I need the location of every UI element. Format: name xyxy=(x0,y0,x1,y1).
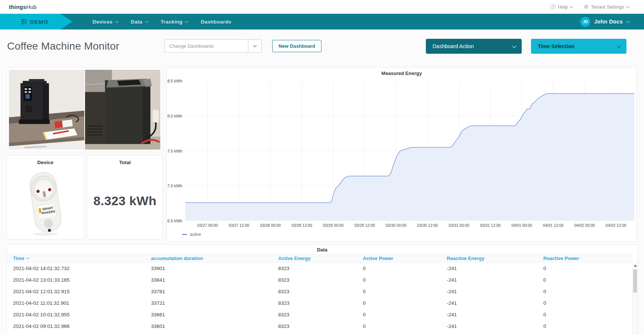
coffee-machine-photo-1 xyxy=(9,70,84,150)
x-axis-tick-label: 03/29 00:00 xyxy=(323,223,343,228)
table-cell: -241 xyxy=(447,289,543,294)
table-cell: 2021-04-02 09:01:32.966 xyxy=(13,323,151,329)
sort-caret-icon xyxy=(26,256,29,259)
nav-item-label: Tracking xyxy=(161,19,183,25)
table-cell: 33601 xyxy=(151,323,278,329)
time-selection-button[interactable]: Time Selection xyxy=(531,39,626,54)
table-cell: 8323 xyxy=(278,323,363,329)
help-label: Help xyxy=(558,4,568,10)
photo-illustration xyxy=(9,70,84,150)
y-axis-labels: 8.5 kWh8.0 kWh7.5 kWh7.0 kWh6.5 kWh xyxy=(167,81,183,221)
page-title: Coffee Machine Monitor xyxy=(7,40,119,52)
y-axis-tick-label: 7.0 kWh xyxy=(167,184,182,188)
column-header-label: Active Energy xyxy=(278,256,311,261)
table-row[interactable]: 2021-04-02 09:01:32.9663360183230-2410 xyxy=(7,320,632,332)
dashboard-action-button[interactable]: Dashboard Action xyxy=(426,39,522,54)
table-cell: 2021-04-02 14:01:32.732 xyxy=(13,266,151,271)
x-axis-tick-label: 03/28 12:00 xyxy=(292,223,312,228)
x-axis-tick-label: 03/31 00:00 xyxy=(449,223,469,228)
scroll-up-arrow-icon[interactable] xyxy=(634,264,637,267)
column-header-reactive-energy[interactable]: Reactive Energy xyxy=(447,256,543,261)
table-cell: -241 xyxy=(447,323,543,329)
table-cell: 0 xyxy=(543,277,632,283)
chevron-down-icon xyxy=(617,44,621,48)
scrollbar-thumb[interactable] xyxy=(633,269,637,292)
nav-item-devices[interactable]: Devices xyxy=(92,19,118,25)
tenant-switcher[interactable]: DEMO xyxy=(0,14,75,29)
user-menu[interactable]: JD John Docs xyxy=(580,17,644,27)
nav-item-data[interactable]: Data xyxy=(131,19,148,25)
chevron-down-icon xyxy=(626,19,630,23)
table-row[interactable]: 2021-04-02 14:01:32.7323390183230-2410 xyxy=(7,263,632,274)
table-body: 2021-04-02 14:01:32.7323390183230-241020… xyxy=(7,263,632,335)
table-row[interactable]: 2021-04-02 12:01:32.9153378183230-2410 xyxy=(7,286,632,297)
column-header-label: Reactive Energy xyxy=(447,256,484,261)
chevron-down-icon xyxy=(185,19,189,23)
total-energy-value: 8.323 kWh xyxy=(94,165,157,239)
column-header-label: Time xyxy=(13,256,24,261)
apps-grid-icon xyxy=(21,19,26,24)
table-cell: 0 xyxy=(363,323,447,329)
column-header-active-energy[interactable]: Active Energy xyxy=(278,256,363,261)
x-axis-tick-label: 03/31 12:00 xyxy=(480,223,500,228)
chevron-down-icon xyxy=(253,44,257,47)
help-menu[interactable]: ? Help xyxy=(550,4,573,10)
nav-item-dashboards[interactable]: Dashboards xyxy=(201,19,231,25)
x-axis-tick-label: 03/27 00:00 xyxy=(197,223,218,228)
table-cell: 2021-04-02 12:01:32.915 xyxy=(13,289,151,294)
column-header-active-power[interactable]: Active Power xyxy=(363,256,447,261)
nav-item-label: Dashboards xyxy=(201,19,231,25)
x-axis-tick-label: 04/01 12:00 xyxy=(543,223,563,228)
change-dashboards-combobox xyxy=(164,39,262,53)
coffee-machine-photo-2 xyxy=(85,70,160,150)
chart-legend[interactable]: active xyxy=(182,232,201,237)
table-cell: 2021-04-02 13:01:33.165 xyxy=(13,277,151,283)
gear-icon: ⚙ xyxy=(584,4,589,9)
chevron-down-icon xyxy=(569,4,573,8)
table-row[interactable]: 2021-04-02 13:01:33.1653384183230-2410 xyxy=(7,274,632,286)
table-cell: 0 xyxy=(363,266,447,271)
x-axis-tick-label: 03/29 12:00 xyxy=(354,223,375,228)
table-cell: 0 xyxy=(363,289,447,294)
main-nav: DEMO DevicesDataTrackingDashboards JD Jo… xyxy=(0,14,644,29)
table-cell: 8323 xyxy=(278,266,363,271)
x-axis-tick-label: 04/02 12:00 xyxy=(606,223,626,228)
nav-item-tracking[interactable]: Tracking xyxy=(161,19,188,25)
x-axis-tick-label: 03/27 12:00 xyxy=(229,223,249,228)
total-widget-title: Total xyxy=(119,160,131,165)
chart-canvas xyxy=(185,81,634,221)
table-cell: 33721 xyxy=(151,300,278,306)
device-widget: Device SMART MAKERS xyxy=(6,155,84,239)
column-header-label: accumulation duration xyxy=(151,256,203,261)
table-cell: 33901 xyxy=(151,266,278,271)
change-dashboards-dropdown-button[interactable] xyxy=(248,39,262,53)
table-cell: -241 xyxy=(447,300,543,306)
column-header-reactive-power[interactable]: Reactive Power xyxy=(543,256,632,261)
table-cell: 0 xyxy=(363,300,447,306)
nav-item-label: Devices xyxy=(92,19,113,25)
table-row[interactable]: 2021-04-02 10:01:32.9553366183230-2410 xyxy=(7,309,632,320)
x-axis-tick-label: 04/02 00:00 xyxy=(574,223,595,228)
table-row[interactable]: 2021-04-02 11:01:32.9013372183230-2410 xyxy=(7,297,632,309)
table-cell: 0 xyxy=(543,266,632,271)
chart-plot-area[interactable] xyxy=(185,81,634,221)
table-scrollbar[interactable] xyxy=(632,263,638,335)
table-cell: 8323 xyxy=(278,300,363,306)
device-widget-title: Device xyxy=(37,160,54,165)
y-axis-tick-label: 8.0 kWh xyxy=(167,114,182,118)
smart-plug-illustration: SMART MAKERS xyxy=(21,168,70,237)
help-icon: ? xyxy=(550,4,556,9)
table-header-row: Timeaccumulation durationActive EnergyAc… xyxy=(7,254,632,263)
change-dashboards-input[interactable] xyxy=(164,39,248,53)
measured-energy-chart: Measured Energy 8.5 kWh8.0 kWh7.5 kWh7.0… xyxy=(166,67,637,242)
column-header-time[interactable]: Time xyxy=(13,256,151,261)
new-dashboard-button[interactable]: New Dashboard xyxy=(272,40,321,52)
table-cell: -241 xyxy=(447,312,543,317)
brand-logo[interactable]: thingsHub xyxy=(9,4,37,10)
legend-label: active xyxy=(190,232,201,237)
table-title: Data xyxy=(7,247,638,253)
column-header-accumulation-duration[interactable]: accumulation duration xyxy=(151,256,278,261)
tenant-settings-menu[interactable]: ⚙ Tenant Settings xyxy=(584,4,629,10)
time-selection-label: Time Selection xyxy=(538,43,575,49)
total-widget: Total 8.323 kWh xyxy=(87,155,163,239)
